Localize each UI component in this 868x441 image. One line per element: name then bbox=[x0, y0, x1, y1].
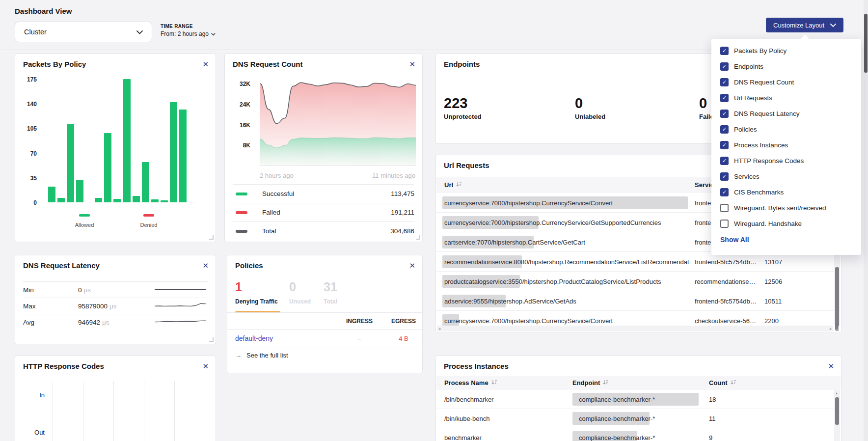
column-header[interactable]: Count bbox=[709, 376, 736, 390]
legend-label: Denied bbox=[129, 222, 168, 228]
checkbox-icon[interactable]: ✓ bbox=[720, 157, 729, 165]
ingress-value: – bbox=[357, 335, 361, 342]
stat-label: Unused bbox=[289, 298, 311, 305]
resize-handle[interactable] bbox=[209, 337, 214, 342]
scrollbar-thumb[interactable] bbox=[835, 397, 839, 425]
checkbox-icon[interactable]: ✓ bbox=[720, 172, 729, 181]
page-scrollbar-thumb[interactable] bbox=[864, 14, 868, 73]
latency-value-box: 0μs bbox=[78, 286, 91, 294]
table-row[interactable]: benchmarkercompliance-benchmarker-*9 bbox=[436, 428, 834, 441]
scroll-left-icon[interactable]: ◂ bbox=[438, 327, 440, 331]
checkbox-icon[interactable]: ✓ bbox=[720, 188, 729, 196]
panel-title: Policies bbox=[235, 261, 263, 270]
url-cell: adservice:9555/hipstershop.AdService/Get… bbox=[444, 297, 689, 304]
checkbox-icon[interactable]: ✓ bbox=[720, 47, 729, 55]
count-cell: 10511 bbox=[764, 297, 782, 304]
legend-value: 191,211 bbox=[391, 209, 414, 216]
legend-swatch bbox=[236, 193, 247, 195]
dns-request-count-panel: DNS Request Count ✕ 8K16K24K32K 2 hours … bbox=[224, 54, 423, 242]
x-label-start: 2 hours ago bbox=[260, 172, 294, 179]
url-horizontal-scrollbar[interactable]: ◂ ▸ bbox=[437, 326, 833, 331]
column-header[interactable]: Process Name bbox=[444, 376, 497, 390]
resize-handle[interactable] bbox=[416, 235, 420, 240]
close-icon[interactable]: ✕ bbox=[200, 58, 211, 71]
policy-stat-active[interactable]: 1Denying Traffic bbox=[235, 280, 278, 305]
checkbox-icon[interactable]: ✓ bbox=[720, 110, 729, 118]
close-icon[interactable]: ✕ bbox=[200, 360, 211, 373]
bar bbox=[161, 200, 168, 202]
sort-icon[interactable] bbox=[731, 376, 736, 390]
view-selector[interactable]: Cluster bbox=[15, 22, 152, 42]
checkbox-icon[interactable] bbox=[720, 220, 729, 228]
menu-item[interactable]: ✓Endpoints bbox=[711, 58, 861, 74]
menu-item[interactable]: Wireguard. Bytes sent/received bbox=[711, 200, 861, 216]
checkbox-icon[interactable]: ✓ bbox=[720, 94, 729, 102]
time-range-value[interactable]: From: 2 hours ago bbox=[161, 30, 216, 37]
table-row[interactable]: recommendationservice:8080/hipstershop.R… bbox=[436, 252, 834, 272]
y-tick-label: 32K bbox=[240, 81, 250, 87]
table-row[interactable]: productcatalogservice:3550/hipstershop.P… bbox=[436, 272, 834, 291]
show-all-link[interactable]: Show All bbox=[711, 231, 861, 248]
egress-column-header: EGRESS bbox=[391, 318, 416, 325]
scroll-right-icon[interactable]: ▸ bbox=[830, 327, 832, 331]
time-range: TIME RANGE From: 2 hours ago bbox=[161, 24, 216, 37]
bar bbox=[151, 199, 159, 202]
stat-label: Unprotected bbox=[444, 113, 482, 120]
bar bbox=[95, 198, 102, 202]
close-icon[interactable]: ✕ bbox=[407, 58, 417, 71]
scroll-up-icon[interactable]: ▴ bbox=[836, 391, 838, 395]
menu-item[interactable]: ✓Services bbox=[711, 168, 861, 184]
customize-menu-items: ✓Packets By Policy✓Endpoints✓DNS Request… bbox=[711, 39, 861, 231]
checkbox-icon[interactable] bbox=[720, 204, 729, 212]
process-table-header: Process NameEndpointCount bbox=[436, 376, 841, 390]
latency-row: Max95879000μs bbox=[23, 298, 208, 314]
column-header[interactable]: Url bbox=[444, 177, 461, 193]
customize-layout-button[interactable]: Customize Layout bbox=[766, 18, 843, 32]
column-header-label: Process Name bbox=[444, 376, 488, 390]
url-cell: currencyservice:7000/hipstershop.Currenc… bbox=[444, 219, 689, 226]
menu-item[interactable]: ✓DNS Request Latency bbox=[711, 106, 861, 121]
sort-icon[interactable] bbox=[603, 376, 608, 390]
panel-title: Packets By Policy bbox=[23, 60, 86, 68]
see-full-list-link[interactable]: → See the full list bbox=[235, 352, 288, 359]
sort-icon[interactable] bbox=[456, 177, 461, 193]
resize-handle[interactable] bbox=[209, 235, 214, 240]
menu-item[interactable]: ✓Policies bbox=[711, 121, 861, 137]
process-vertical-scrollbar[interactable]: ▴ bbox=[834, 390, 840, 441]
checkbox-icon[interactable]: ✓ bbox=[720, 78, 729, 86]
menu-item[interactable]: ✓HTTP Response Codes bbox=[711, 153, 861, 168]
sort-icon[interactable] bbox=[491, 376, 497, 390]
scroll-down-icon[interactable]: ▾ bbox=[836, 319, 838, 324]
column-header[interactable]: Endpoint bbox=[572, 376, 608, 390]
latency-row: Avg946942μs bbox=[23, 314, 208, 331]
table-row[interactable]: /bin/kube-benchcompliance-benchmarker-*1… bbox=[436, 409, 834, 428]
menu-item-label: Packets By Policy bbox=[734, 47, 787, 55]
menu-item[interactable]: ✓CIS Benchmarks bbox=[711, 184, 861, 200]
menu-item[interactable]: ✓Packets By Policy bbox=[711, 43, 861, 58]
close-icon[interactable]: ✕ bbox=[826, 360, 836, 373]
checkbox-icon[interactable]: ✓ bbox=[720, 62, 729, 71]
checkbox-icon[interactable]: ✓ bbox=[720, 125, 729, 134]
table-row[interactable]: adservice:9555/hipstershop.AdService/Get… bbox=[436, 291, 834, 311]
menu-item[interactable]: ✓Url Requests bbox=[711, 90, 861, 106]
see-full-list-label: See the full list bbox=[246, 352, 288, 359]
checkbox-icon[interactable]: ✓ bbox=[720, 141, 729, 149]
bar bbox=[179, 110, 187, 202]
legend-name: Total bbox=[262, 227, 276, 235]
menu-item[interactable]: ✓DNS Request Count bbox=[711, 74, 861, 90]
latency-value-box: 946942μs bbox=[78, 319, 109, 326]
customize-layout-menu: ✓Packets By Policy✓Endpoints✓DNS Request… bbox=[711, 39, 861, 255]
close-icon[interactable]: ✕ bbox=[407, 259, 417, 272]
menu-item[interactable]: Wireguard. Handshake bbox=[711, 216, 861, 231]
url-cell: currencyservice:7000/hipstershop.Currenc… bbox=[444, 199, 689, 206]
menu-item-label: Wireguard. Handshake bbox=[734, 220, 802, 227]
legend-swatch bbox=[236, 230, 247, 233]
page-scrollbar[interactable] bbox=[864, 0, 868, 441]
resize-handle[interactable] bbox=[835, 326, 839, 331]
legend-value: 113,475 bbox=[391, 190, 414, 197]
table-row[interactable]: /bin/benchmarkercompliance-benchmarker-*… bbox=[436, 390, 834, 409]
close-icon[interactable]: ✕ bbox=[200, 259, 211, 272]
menu-item[interactable]: ✓Process Instances bbox=[711, 137, 861, 153]
policy-name-link[interactable]: default-deny bbox=[235, 334, 273, 342]
y-tick-label: Out bbox=[20, 429, 45, 436]
